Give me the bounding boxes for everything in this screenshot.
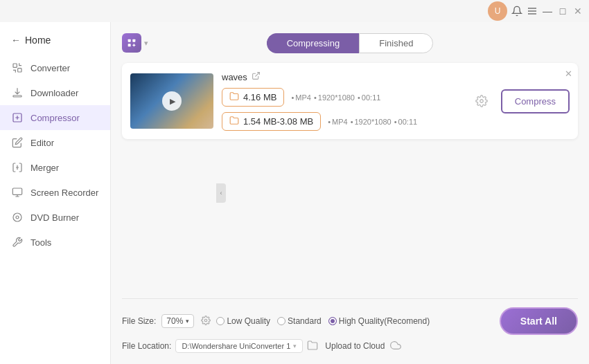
logo-dropdown-icon[interactable]: ▾ xyxy=(144,39,148,48)
svg-rect-10 xyxy=(128,39,131,42)
original-resolution: • 1920*1080 xyxy=(314,93,355,102)
original-size-box: 4.16 MB xyxy=(222,88,284,107)
compressed-size-box: 1.54 MB-3.08 MB xyxy=(222,112,321,131)
dvd-burner-icon xyxy=(11,211,24,224)
compressor-label: Compressor xyxy=(30,113,80,123)
file-name: waves xyxy=(222,72,247,82)
svg-point-8 xyxy=(13,213,21,221)
compressed-duration: • 00:11 xyxy=(394,118,417,126)
svg-rect-7 xyxy=(12,188,21,194)
downloader-label: Downloader xyxy=(30,88,78,98)
compressed-size-value: 1.54 MB-3.08 MB xyxy=(243,116,313,127)
cloud-icon xyxy=(390,340,401,353)
app-body: ← Home Converter Downloader xyxy=(0,22,589,364)
svg-point-14 xyxy=(480,100,484,103)
file-info: waves xyxy=(222,71,462,131)
titlebar: U — □ ✕ xyxy=(0,0,589,22)
compress-button[interactable]: Compress xyxy=(501,89,570,113)
tools-label: Tools xyxy=(30,237,51,248)
quality-low-label: Low Quality xyxy=(227,316,270,326)
svg-point-15 xyxy=(205,319,208,322)
dvd-burner-label: DVD Burner xyxy=(30,212,79,223)
converter-label: Converter xyxy=(30,63,70,73)
bottom-bar: File Size: 70% ▾ Low Quality xyxy=(122,298,578,353)
original-meta: • MP4 • 1920*1080 • 00:11 xyxy=(291,93,380,102)
tab-finished[interactable]: Finished xyxy=(359,33,433,53)
compressed-folder-icon xyxy=(229,116,239,127)
sidebar-item-converter[interactable]: Converter xyxy=(0,55,110,80)
quality-standard-label: Standard xyxy=(288,316,322,326)
svg-rect-5 xyxy=(13,95,21,97)
close-button[interactable]: ✕ xyxy=(572,6,583,17)
tools-icon xyxy=(11,236,24,248)
compressed-format: • MP4 xyxy=(328,118,347,126)
editor-icon xyxy=(11,136,24,149)
sidebar-item-editor[interactable]: Editor xyxy=(0,130,110,155)
sidebar-item-screen-recorder[interactable]: Screen Recorder xyxy=(0,180,110,205)
upload-to-cloud-label[interactable]: Upload to Cloud xyxy=(325,341,385,351)
sidebar-item-dvd-burner[interactable]: DVD Burner xyxy=(0,205,110,230)
tab-finished-label: Finished xyxy=(379,38,413,48)
settings-button[interactable] xyxy=(471,90,493,112)
main-content: ▾ Compressing Finished ✕ ▶ waves xyxy=(111,22,589,364)
merger-label: Merger xyxy=(30,163,59,173)
svg-point-9 xyxy=(16,216,19,219)
quality-high-radio[interactable] xyxy=(328,317,337,325)
compressed-size-row: 1.54 MB-3.08 MB • MP4 • 1920*1080 • 00:1… xyxy=(222,112,462,131)
collapse-sidebar-button[interactable]: ‹ xyxy=(216,183,226,203)
quality-gear-icon[interactable] xyxy=(201,316,211,327)
editor-label: Editor xyxy=(30,138,54,148)
quality-standard[interactable]: Standard xyxy=(277,316,322,326)
sidebar-item-downloader[interactable]: Downloader xyxy=(0,80,110,105)
quality-low-radio[interactable] xyxy=(216,317,225,325)
sidebar: ← Home Converter Downloader xyxy=(0,22,111,364)
location-row: File Location: D:\Wondershare UniConvert… xyxy=(122,339,578,353)
file-size-value: 70% xyxy=(166,316,183,326)
screen-recorder-icon xyxy=(11,186,24,199)
original-size-value: 4.16 MB xyxy=(243,92,276,102)
location-path[interactable]: D:\Wondershare UniConverter 1 ▾ xyxy=(175,339,303,353)
sidebar-home[interactable]: ← Home xyxy=(0,29,110,51)
file-card-close-button[interactable]: ✕ xyxy=(565,69,572,79)
quality-row: File Size: 70% ▾ Low Quality xyxy=(122,307,578,335)
dropdown-chevron-icon: ▾ xyxy=(186,318,189,325)
quality-low[interactable]: Low Quality xyxy=(216,316,270,326)
original-format: • MP4 xyxy=(291,93,310,102)
sidebar-item-merger[interactable]: Merger xyxy=(0,155,110,180)
bell-icon[interactable] xyxy=(511,6,522,17)
merger-icon xyxy=(11,161,24,174)
app-logo-area: ▾ xyxy=(122,33,148,53)
original-duration: • 00:11 xyxy=(358,93,380,102)
quality-high-label: High Quality(Recomend) xyxy=(339,316,430,326)
start-all-area: Start All xyxy=(500,307,578,335)
menu-icon[interactable] xyxy=(527,6,538,17)
start-all-button[interactable]: Start All xyxy=(500,307,578,335)
file-size-select[interactable]: 70% ▾ xyxy=(161,314,194,328)
play-button[interactable]: ▶ xyxy=(162,91,182,111)
compressed-meta: • MP4 • 1920*1080 • 00:11 xyxy=(328,118,417,126)
quality-options: Low Quality Standard High Quality(Recome… xyxy=(216,316,430,326)
tab-compressing[interactable]: Compressing xyxy=(267,33,360,53)
open-file-icon[interactable] xyxy=(252,71,261,82)
file-size-label: File Size: xyxy=(122,316,156,326)
user-avatar[interactable]: U xyxy=(488,1,507,21)
app-logo-icon xyxy=(122,33,141,53)
quality-high[interactable]: High Quality(Recomend) xyxy=(328,316,430,326)
svg-rect-12 xyxy=(128,44,131,46)
home-label: Home xyxy=(25,35,51,46)
screen-recorder-label: Screen Recorder xyxy=(30,188,98,198)
svg-rect-3 xyxy=(13,64,17,67)
sidebar-item-tools[interactable]: Tools xyxy=(0,230,110,255)
maximize-button[interactable]: □ xyxy=(557,6,568,17)
sidebar-item-compressor[interactable]: Compressor xyxy=(0,105,110,130)
file-card: ✕ ▶ waves xyxy=(122,63,578,139)
quality-standard-radio[interactable] xyxy=(277,317,285,325)
original-folder-icon xyxy=(229,91,239,103)
folder-browse-icon[interactable] xyxy=(307,340,318,353)
size-comparison-row: 4.16 MB • MP4 • 1920*1080 • 00:11 xyxy=(222,88,462,107)
tabs-container: Compressing Finished xyxy=(122,33,578,53)
location-path-value: D:\Wondershare UniConverter 1 xyxy=(182,342,290,350)
back-icon: ← xyxy=(11,35,21,46)
minimize-button[interactable]: — xyxy=(542,6,553,17)
video-thumbnail[interactable]: ▶ xyxy=(130,73,213,129)
